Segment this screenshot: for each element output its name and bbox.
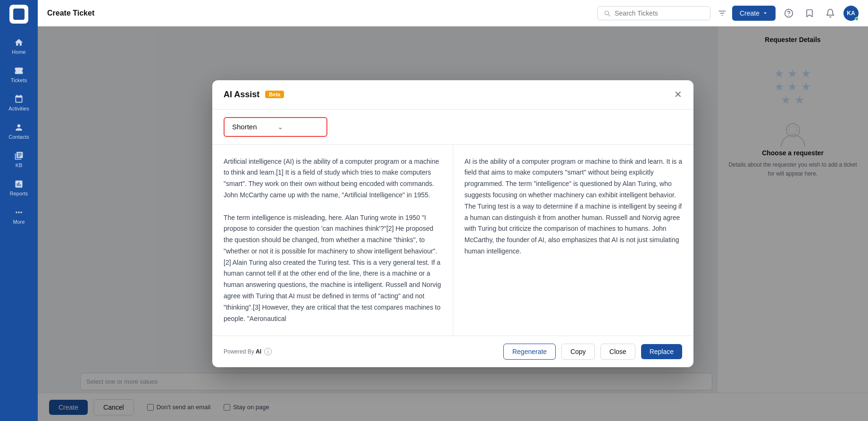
modal-overlay: AI Assist Beta ✕ Shorten ⌄ Artificial in… [38, 26, 868, 421]
chevron-down-icon: ⌄ [277, 123, 319, 131]
bookmark-icon[interactable] [802, 6, 817, 21]
help-icon[interactable] [781, 6, 796, 21]
create-button[interactable]: Create [732, 6, 776, 21]
sidebar-item-more[interactable]: More [2, 203, 35, 229]
regenerate-button[interactable]: Regenerate [503, 344, 556, 360]
modal-header: AI Assist Beta ✕ [212, 80, 693, 109]
copy-button[interactable]: Copy [561, 344, 595, 360]
svg-point-1 [788, 15, 789, 16]
search-input[interactable] [615, 9, 697, 17]
dropdown-container: Shorten ⌄ [212, 109, 693, 145]
topbar-actions: Create KA [718, 6, 859, 21]
online-indicator [855, 17, 859, 21]
sidebar-item-reports[interactable]: Reports [2, 175, 35, 201]
sidebar-item-contacts[interactable]: Contacts [2, 118, 35, 144]
generated-text-col: AI is the ability of a computer program … [453, 145, 694, 336]
sidebar-item-tickets[interactable]: Tickets [2, 61, 35, 88]
filter-icon[interactable] [718, 9, 726, 17]
ai-assist-modal: AI Assist Beta ✕ Shorten ⌄ Artificial in… [212, 80, 693, 368]
powered-by: Powered By AI i [224, 348, 272, 355]
sidebar: Home Tickets Activities Contacts KB Repo… [0, 0, 38, 421]
modal-footer: Powered By AI i Regenerate Copy Close Re… [212, 336, 693, 367]
user-avatar[interactable]: KA [843, 6, 859, 21]
app-logo[interactable] [9, 5, 28, 24]
page-title: Create Ticket [47, 9, 597, 17]
original-text: Artificial intelligence (AI) is the abil… [224, 156, 442, 325]
chevron-down-icon [762, 10, 768, 16]
close-icon[interactable]: ✕ [674, 90, 682, 99]
beta-badge: Beta [265, 91, 284, 98]
generated-text: AI is the ability of a computer program … [465, 156, 683, 257]
search-icon [603, 9, 611, 17]
modal-content-area: Artificial intelligence (AI) is the abil… [212, 145, 693, 336]
search-container[interactable] [597, 6, 710, 20]
sidebar-item-activities[interactable]: Activities [2, 90, 35, 116]
replace-button[interactable]: Replace [641, 344, 682, 359]
notification-icon[interactable] [823, 6, 838, 21]
original-text-col: Artificial intelligence (AI) is the abil… [212, 145, 453, 336]
info-icon[interactable]: i [264, 348, 272, 355]
sidebar-item-home[interactable]: Home [2, 33, 35, 59]
dropdown-selected-value: Shorten [232, 123, 274, 131]
modal-title: AI Assist [224, 90, 259, 100]
close-modal-button[interactable]: Close [601, 344, 635, 360]
topbar: Create Ticket Create KA [38, 0, 868, 26]
action-dropdown[interactable]: Shorten ⌄ [224, 117, 327, 137]
powered-by-label: Powered By AI [224, 348, 261, 355]
sidebar-item-kb[interactable]: KB [2, 146, 35, 173]
